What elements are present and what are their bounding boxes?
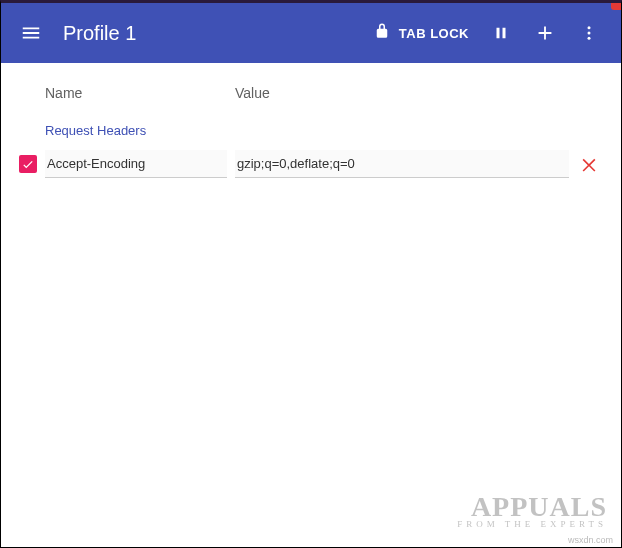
watermark-tagline: FROM THE EXPERTS bbox=[457, 519, 607, 529]
close-icon bbox=[579, 154, 599, 174]
lock-icon bbox=[373, 22, 391, 44]
section-request-headers: Request Headers bbox=[19, 109, 603, 146]
delete-row-button[interactable] bbox=[575, 150, 603, 178]
page-title: Profile 1 bbox=[63, 22, 363, 45]
column-header-name: Name bbox=[45, 85, 235, 101]
add-button[interactable] bbox=[523, 11, 567, 55]
app-bar: Profile 1 TAB LOCK bbox=[1, 3, 621, 63]
column-headers: Name Value bbox=[19, 73, 603, 109]
window-close-corner[interactable] bbox=[611, 0, 621, 10]
svg-point-1 bbox=[588, 32, 591, 35]
menu-icon[interactable] bbox=[11, 13, 51, 53]
header-value-input[interactable] bbox=[235, 150, 569, 178]
column-header-value: Value bbox=[235, 85, 577, 101]
svg-point-0 bbox=[588, 26, 591, 29]
watermark-logo: APPUALS FROM THE EXPERTS bbox=[457, 491, 607, 529]
watermark-site: wsxdn.com bbox=[568, 535, 613, 545]
more-menu-button[interactable] bbox=[567, 11, 611, 55]
header-name-input[interactable] bbox=[45, 150, 227, 178]
pause-button[interactable] bbox=[479, 11, 523, 55]
content-area: Name Value Request Headers bbox=[1, 63, 621, 192]
watermark-brand: APPUALS bbox=[457, 491, 607, 523]
header-row bbox=[19, 146, 603, 182]
check-icon bbox=[21, 157, 35, 171]
tab-lock-button[interactable]: TAB LOCK bbox=[363, 22, 479, 44]
svg-point-2 bbox=[588, 37, 591, 40]
row-enabled-checkbox[interactable] bbox=[19, 155, 37, 173]
tab-lock-label: TAB LOCK bbox=[399, 26, 469, 41]
